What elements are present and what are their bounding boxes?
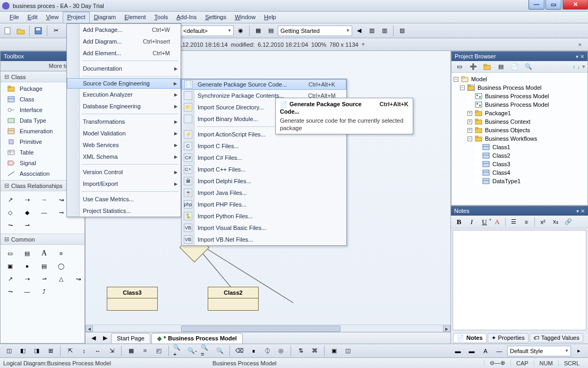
tree-item[interactable]: DataType1	[453, 177, 586, 185]
diagram-scrollbar-h[interactable]: ◀ ▶	[86, 324, 450, 332]
tree-twisty-icon[interactable]: −	[460, 85, 465, 90]
menu-project[interactable]: Project	[63, 12, 89, 23]
menu-diagram[interactable]: Diagram	[90, 12, 121, 23]
panel3-button[interactable]: ▥	[396, 25, 408, 37]
notes-tab-tagged[interactable]: 🏷Tagged Values	[530, 333, 583, 343]
zoom-out-button[interactable]: 🔍-	[186, 345, 198, 357]
submenu-item[interactable]: Import Python Files...🐍	[182, 210, 346, 222]
bt-21[interactable]: ∎	[248, 345, 259, 357]
rel-tool-7[interactable]: ◆	[21, 207, 33, 218]
menu-item[interactable]: Database Engineering	[67, 100, 181, 112]
maximize-button[interactable]: ▭	[546, 0, 561, 10]
pb-pkg-button[interactable]	[481, 61, 493, 73]
menu-item[interactable]: Documentation	[67, 63, 181, 74]
menu-edit[interactable]: Edit	[23, 12, 42, 23]
nav-back-button[interactable]: ◀	[353, 25, 365, 37]
submenu-item[interactable]: Import Delphi Files...🏛	[182, 175, 346, 187]
pin-icon[interactable]: ▾ ✕	[576, 54, 584, 59]
pb-up-button[interactable]: ↑	[573, 64, 576, 70]
rel-tool-3[interactable]: →	[38, 194, 50, 205]
common-tool-9[interactable]: ◯	[55, 261, 67, 271]
menu-item[interactable]: Model Validation	[67, 127, 181, 139]
bt-12[interactable]: ◰	[153, 345, 165, 357]
menu-item[interactable]: Project Statistics...	[67, 205, 181, 217]
tree-item[interactable]: Class2	[453, 151, 586, 160]
project-tree[interactable]: −Model−Business Process ModelBusiness Pr…	[451, 73, 587, 205]
panel1-button[interactable]: ▥	[366, 25, 378, 37]
pb-new-button[interactable]: ▭	[454, 61, 465, 73]
bt-31[interactable]: ⌘	[309, 345, 320, 357]
rel-tool-8[interactable]: —	[38, 207, 50, 218]
notes-tab-properties[interactable]: ✦Properties	[488, 333, 529, 343]
bt-10[interactable]: ▦	[125, 345, 137, 357]
submenu-item[interactable]: Import PHP Files...php	[182, 199, 346, 210]
view-select[interactable]: <default>	[181, 25, 234, 36]
menu-item[interactable]: Add Diagram...Ctrl+Insert	[67, 36, 181, 47]
tree-item[interactable]: −Business Process Model	[453, 83, 586, 92]
menu-item[interactable]: Add Package...Ctrl+W	[67, 24, 181, 36]
cut-button[interactable]: ✂	[50, 25, 62, 37]
text-color-button[interactable]: A	[480, 345, 491, 357]
rel-tool-11[interactable]: ⤳	[4, 220, 16, 230]
notes-textarea[interactable]	[453, 230, 586, 330]
zoom-fit-button[interactable]: 🔍=	[200, 345, 212, 357]
menu-item[interactable]: Web Services	[67, 139, 181, 151]
bt-20[interactable]: ⌫	[234, 345, 245, 357]
common-tool-8[interactable]: ▤	[38, 261, 50, 271]
tree-twisty-icon[interactable]: −	[467, 136, 472, 141]
bt-7[interactable]: ↔	[92, 345, 104, 357]
bt-6[interactable]: ↕	[78, 345, 90, 357]
common-tool-2[interactable]: ▤	[21, 248, 33, 259]
menu-item[interactable]: Execution Analyzer	[67, 89, 181, 100]
submenu-item[interactable]: Import Visual Basic Files...VB	[182, 222, 346, 234]
new-button[interactable]	[2, 25, 14, 37]
menu-view[interactable]: View	[42, 12, 63, 23]
scroll-left-icon[interactable]: ◀	[86, 326, 93, 332]
list-ol-button[interactable]: ≡	[522, 217, 531, 227]
menu-help[interactable]: Help	[260, 12, 280, 23]
pb-search-button[interactable]: 🔍	[523, 61, 534, 73]
zoom-slider[interactable]: ⊖—⊕	[484, 360, 510, 366]
menu-element[interactable]: Element	[120, 12, 150, 23]
bt-11[interactable]: ⌗	[139, 345, 151, 357]
apply-style-button[interactable]: ▸	[573, 345, 585, 357]
tree-twisty-icon[interactable]: +	[467, 111, 472, 116]
common-tool-7[interactable]: ●	[21, 261, 33, 271]
getting-started-select[interactable]: Getting Started	[278, 25, 352, 36]
common-tool-13[interactable]: ⇀	[38, 273, 50, 284]
save-button[interactable]	[32, 25, 44, 37]
tree-twisty-icon[interactable]: +	[467, 119, 472, 124]
minimize-button[interactable]: —	[529, 0, 544, 10]
submenu-item[interactable]: Import C# Files...C#	[182, 152, 346, 164]
rel-tool-1[interactable]: ↗	[4, 194, 16, 205]
menu-window[interactable]: Window	[231, 12, 260, 23]
menu-file[interactable]: File	[5, 12, 23, 23]
menu-item[interactable]: Use Case Metrics...	[67, 193, 181, 205]
tree-item[interactable]: Business Process Model	[453, 92, 586, 100]
notes-tab-notes[interactable]: 📄Notes	[453, 333, 487, 343]
menu-settings[interactable]: Settings	[201, 12, 231, 23]
layout2-button[interactable]: ▤	[265, 25, 277, 37]
common-tool-18[interactable]: ⤴	[38, 286, 50, 297]
common-tool-17[interactable]: —	[21, 286, 33, 297]
open-button[interactable]	[15, 25, 27, 37]
panel2-button[interactable]: ▥	[379, 25, 390, 37]
tree-twisty-icon[interactable]: −	[454, 77, 458, 82]
pb-diagram-button[interactable]: ▤	[495, 61, 507, 73]
tree-item[interactable]: +Package1	[453, 109, 586, 117]
font-color-button[interactable]: A	[492, 217, 502, 227]
common-tool-15[interactable]: ↝	[72, 273, 84, 284]
bt-2[interactable]: ◧	[17, 345, 29, 357]
bt-30[interactable]: ⇅	[295, 345, 306, 357]
pin-icon[interactable]: ▾ ✕	[576, 208, 585, 214]
sup-button[interactable]: x²	[538, 217, 548, 227]
rel-tool-2[interactable]: ⇢	[21, 194, 33, 205]
pb-doc-button[interactable]: 📄	[509, 61, 521, 73]
common-tool-6[interactable]: ▣	[4, 261, 16, 271]
bt-8[interactable]: ⇲	[106, 345, 117, 357]
sub-button[interactable]: x₂	[551, 217, 560, 227]
bt-4[interactable]: ⊞	[45, 345, 56, 357]
bt-40[interactable]: ▣	[328, 345, 340, 357]
list-ul-button[interactable]: ☰	[509, 217, 518, 227]
bt-5[interactable]: ⇱	[64, 345, 76, 357]
